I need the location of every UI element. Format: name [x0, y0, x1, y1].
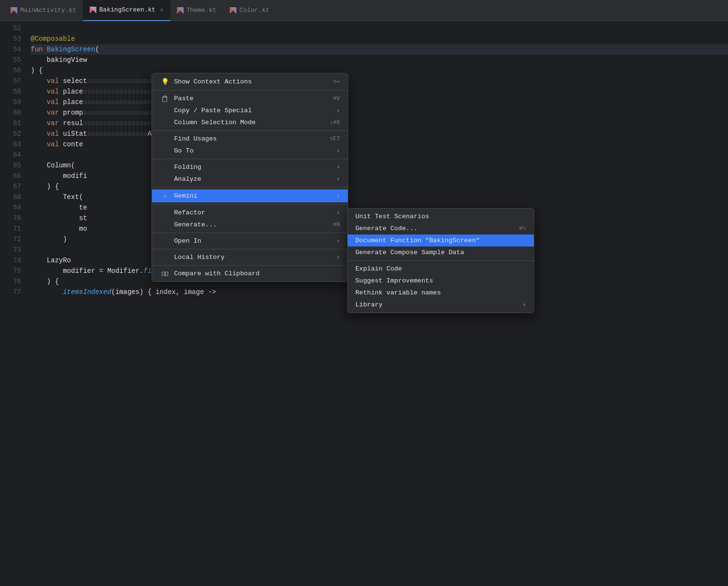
compare-icon: [160, 270, 170, 277]
submenu-item-library[interactable]: Library ›: [348, 299, 534, 311]
menu-label-open-in: Open In: [174, 237, 332, 245]
submenu-label-generate-compose: Generate Compose Sample Data: [355, 249, 526, 256]
editor-area: 52 53 54 55 56 57 58 59 60 61 62 63 64 6…: [0, 21, 728, 586]
code-line-59: val placeaaaaaaaaaaaaaaaaag.results_plac…: [31, 97, 728, 107]
code-line-66: modifi: [31, 171, 728, 181]
menu-item-folding[interactable]: Folding ›: [152, 161, 348, 173]
menu-label-compare-clipboard: Compare with Clipboard: [174, 270, 340, 277]
menu-label-go-to: Go To: [174, 147, 332, 154]
shortcut-paste: ⌘V: [333, 95, 340, 102]
menu-item-analyze[interactable]: Analyze ›: [152, 173, 348, 185]
shortcut-generate-code: ⌘\: [519, 225, 526, 232]
menu-item-column-selection[interactable]: Column Selection Mode ⇧⌘8: [152, 117, 348, 129]
kotlin-icon: [11, 7, 17, 14]
code-line-57: val selectaaaaaaaaaaaaaaaaaOf( value: 0 …: [31, 76, 728, 86]
menu-item-compare-clipboard[interactable]: Compare with Clipboard: [152, 268, 348, 280]
menu-item-copy-paste-special[interactable]: Copy / Paste Special ›: [152, 105, 348, 117]
shortcut-show-context-actions: ⌥↩: [333, 78, 340, 85]
code-line-58: val placeaaaaaaaaaaaaaaaaatableStateOf( …: [31, 86, 728, 97]
arrow-icon-goto: ›: [336, 147, 340, 154]
code-line-53: @Composable: [31, 34, 728, 44]
menu-label-find-usages: Find Usages: [174, 135, 329, 142]
menu-label-analyze: Analyze: [174, 176, 332, 183]
submenu-item-suggest-improvements[interactable]: Suggest Improvements: [348, 275, 534, 287]
code-line-68: Text(: [31, 192, 728, 202]
code-line-62: val uiStataaaaaaaaaaaaaaaAsState(): [31, 129, 728, 139]
separator-6: [152, 233, 348, 233]
submenu-item-generate-compose[interactable]: Generate Compose Sample Data: [348, 246, 534, 258]
code-line-65: Column(: [31, 160, 728, 171]
separator-5: [152, 204, 348, 205]
code-line-56: ) {: [31, 65, 728, 76]
tab-close-button[interactable]: ✕: [160, 7, 164, 13]
separator-7: [152, 249, 348, 249]
menu-item-go-to[interactable]: Go To ›: [152, 145, 348, 157]
separator-2: [152, 130, 348, 131]
menu-item-show-context-actions[interactable]: 💡 Show Context Actions ⌥↩: [152, 75, 348, 88]
arrow-icon-folding: ›: [336, 164, 340, 171]
shortcut-find: ⌥F7: [329, 135, 340, 142]
submenu-separator-1: [348, 260, 534, 261]
submenu-label-rethink-variable: Rethink variable names: [355, 289, 526, 296]
submenu-gemini: Unit Test Scenarios Generate Code... ⌘\ …: [347, 208, 534, 313]
arrow-icon-analyze: ›: [336, 176, 340, 183]
menu-label-copy-paste-special: Copy / Paste Special: [174, 107, 332, 114]
kotlin-icon-color: [230, 7, 236, 14]
separator-4: [152, 187, 348, 188]
kotlin-icon-theme: [177, 7, 184, 14]
code-line-67: ) {: [31, 181, 728, 192]
line-numbers: 52 53 54 55 56 57 58 59 60 61 62 63 64 6…: [0, 23, 29, 297]
shortcut-column: ⇧⌘8: [329, 119, 340, 126]
code-line-60: var prompaaaaaaaaaaaaaaaaaf(placeholderP…: [31, 107, 728, 118]
menu-item-refactor[interactable]: Refactor ›: [152, 207, 348, 219]
submenu-item-generate-code[interactable]: Generate Code... ⌘\: [348, 223, 534, 234]
menu-item-local-history[interactable]: Local History ›: [152, 251, 348, 263]
menu-item-open-in[interactable]: Open In ›: [152, 235, 348, 247]
submenu-label-document-function: Document Function "BakingScreen": [355, 237, 526, 244]
submenu-item-explain-code[interactable]: Explain Code: [348, 263, 534, 275]
submenu-label-unit-test: Unit Test Scenarios: [355, 213, 526, 220]
menu-label-generate: Generate...: [174, 221, 333, 228]
menu-item-paste[interactable]: Paste ⌘V: [152, 93, 348, 105]
arrow-icon-local-history: ›: [336, 254, 340, 261]
gemini-star-icon: ✦: [160, 192, 170, 200]
submenu-item-rethink-variable[interactable]: Rethink variable names: [348, 287, 534, 299]
menu-label-show-context-actions: Show Context Actions: [174, 78, 333, 85]
arrow-icon-copy: ›: [336, 107, 340, 114]
arrow-icon-refactor: ›: [336, 209, 340, 216]
code-line-54: fun BakingScreen(: [31, 44, 728, 55]
kotlin-icon-active: [90, 7, 96, 13]
shortcut-generate: ⌘N: [333, 221, 340, 228]
tab-label-active: BakingScreen.kt: [99, 6, 155, 13]
submenu-label-generate-code: Generate Code...: [355, 225, 519, 232]
tab-label: MainActivity.kt: [20, 7, 76, 14]
separator-1: [152, 90, 348, 91]
tab-color[interactable]: Color.kt: [223, 0, 276, 21]
submenu-item-unit-test[interactable]: Unit Test Scenarios: [348, 211, 534, 223]
menu-item-gemini[interactable]: ✦ Gemini ›: [152, 189, 348, 202]
arrow-icon-gemini: ›: [336, 192, 340, 199]
menu-label-paste: Paste: [174, 95, 333, 102]
code-line-61: var resulaaaaaaaaaaaaaaaaaf(placeholderR…: [31, 118, 728, 129]
arrow-icon-library: ›: [522, 301, 526, 308]
code-line-64: [31, 150, 728, 160]
code-line-55: bakingView: [31, 55, 728, 65]
code-line-52: [31, 23, 728, 34]
tab-bakingscreen[interactable]: BakingScreen.kt ✕: [83, 0, 170, 21]
tab-label-color: Color.kt: [239, 7, 269, 14]
submenu-item-document-function[interactable]: Document Function "BakingScreen": [348, 234, 534, 246]
submenu-label-suggest-improvements: Suggest Improvements: [355, 277, 526, 284]
svg-rect-15: [165, 272, 168, 276]
tab-mainactivity[interactable]: MainActivity.kt: [4, 0, 83, 21]
svg-rect-14: [162, 272, 164, 276]
paste-icon: [160, 95, 170, 102]
menu-label-column-selection: Column Selection Mode: [174, 119, 329, 126]
tab-theme[interactable]: Theme.kt: [170, 0, 223, 21]
submenu-label-library: Library: [355, 301, 518, 308]
lightbulb-icon: 💡: [160, 78, 170, 86]
tab-bar: MainActivity.kt BakingScreen.kt ✕ Theme.…: [0, 0, 728, 21]
menu-item-generate[interactable]: Generate... ⌘N: [152, 219, 348, 231]
code-line-63: val conte: [31, 139, 728, 150]
menu-item-find-usages[interactable]: Find Usages ⌥F7: [152, 133, 348, 145]
separator-3: [152, 159, 348, 159]
